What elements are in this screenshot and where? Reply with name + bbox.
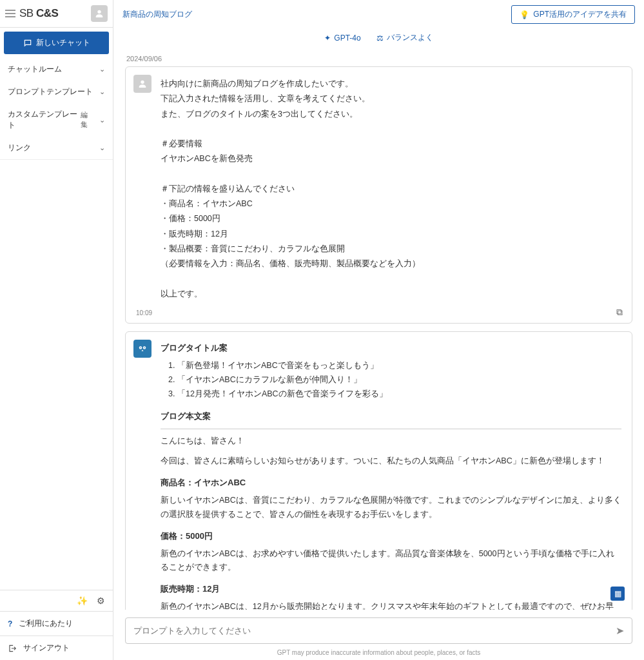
user-line: ・製品概要：音質にこだわり、カラフルな色展開 xyxy=(161,242,621,256)
new-chat-button[interactable]: 新しいチャット xyxy=(4,32,109,54)
title-item: 「12月発売！イヤホンABCの新色で音楽ライフを彩る」 xyxy=(177,387,621,401)
magic-icon[interactable]: ✨ xyxy=(77,596,88,606)
assistant-message: ブログタイトル案 「新色登場！イヤホンABCで音楽をもっと楽しもう」「イヤホンA… xyxy=(125,331,632,610)
new-chat-label: 新しいチャット xyxy=(36,37,90,48)
sidebar-header: SB C&S xyxy=(0,0,113,28)
hamburger-icon xyxy=(5,10,15,17)
title-suggestions-heading: ブログタイトル案 xyxy=(161,341,621,355)
body-heading: ブログ本文案 xyxy=(161,409,621,423)
user-line: 以上です。 xyxy=(161,287,621,301)
chevron-down-icon: ⌄ xyxy=(99,116,105,124)
body-text: 新色のイヤホンABCは、12月から販売開始となります。クリスマスや年末年始のギフ… xyxy=(161,600,621,610)
logo[interactable]: SB C&S xyxy=(5,7,58,20)
nav-label: カスタムテンプレート xyxy=(8,109,81,131)
input-bar: ➤ xyxy=(113,610,644,646)
input-box: ➤ xyxy=(125,617,632,644)
svg-point-1 xyxy=(141,81,144,84)
disclaimer: GPT may produce inaccurate information a… xyxy=(113,646,644,660)
nav-group: チャットルーム⌄ プロンプトテンプレート⌄ カスタムテンプレート編集⌄ リンク⌄ xyxy=(0,58,113,160)
body-text: 今回は、皆さんに素晴らしいお知らせがあります。ついに、私たちの人気商品「イヤホン… xyxy=(161,454,621,468)
svg-point-4 xyxy=(140,347,141,349)
user-msg-time: 10:09 xyxy=(136,309,152,316)
sidebar-item-prompt-template[interactable]: プロンプトテンプレート⌄ xyxy=(0,81,113,103)
balance-selector[interactable]: ⚖バランスよく xyxy=(376,32,433,43)
price-heading: 価格：5000円 xyxy=(161,529,621,543)
body-text: 新色のイヤホンABCは、お求めやすい価格で提供いたします。高品質な音楽体験を、5… xyxy=(161,547,621,575)
svg-point-5 xyxy=(144,347,145,349)
send-icon[interactable]: ➤ xyxy=(616,625,624,637)
sidebar-tools: ✨ ⚙ xyxy=(0,590,113,611)
title-item: 「新色登場！イヤホンABCで音楽をもっと楽しもう」 xyxy=(177,359,621,373)
balance-icon: ⚖ xyxy=(376,34,384,43)
user-line: ・商品名：イヤホンABC xyxy=(161,197,621,211)
body-text: こんにちは、皆さん！ xyxy=(161,434,621,448)
share-idea-button[interactable]: 💡 GPT活用のアイデアを共有 xyxy=(511,5,635,24)
logo-text: SB C&S xyxy=(19,7,58,20)
person-icon xyxy=(137,79,148,89)
sidebar: SB C&S 新しいチャット チャットルーム⌄ プロンプトテンプレート⌄ カスタ… xyxy=(0,0,113,660)
user-line xyxy=(161,272,621,286)
page-title: 新商品の周知ブログ xyxy=(122,9,192,20)
copy-icon[interactable]: ⧉ xyxy=(616,307,623,318)
title-list: 「新色登場！イヤホンABCで音楽をもっと楽しもう」「イヤホンABCにカラフルな新… xyxy=(161,359,621,402)
user-line: また、ブログのタイトルの案を3つ出してください。 xyxy=(161,108,621,121)
owl-icon xyxy=(137,343,148,354)
signout-link[interactable]: サインアウト xyxy=(0,636,113,660)
user-line: ・価格：5000円 xyxy=(161,212,621,226)
user-line: ・販売時期：12月 xyxy=(161,228,621,241)
user-line: イヤホンABCを新色発売 xyxy=(161,152,621,166)
model-selector[interactable]: ✦GPT-4o xyxy=(324,32,360,43)
product-name-heading: 商品名：イヤホンABC xyxy=(161,476,621,490)
user-line xyxy=(161,122,621,136)
main: 新商品の周知ブログ 💡 GPT活用のアイデアを共有 ✦GPT-4o ⚖バランスよ… xyxy=(113,0,644,660)
guide-label: ご利用にあたり xyxy=(19,618,73,629)
user-avatar[interactable] xyxy=(91,5,108,22)
chat-scroll[interactable]: 2024/09/06 社内向けに新商品の周知ブログを作成したいです。下記入力され… xyxy=(113,48,644,610)
release-heading: 販売時期：12月 xyxy=(161,582,621,596)
nav-label: チャットルーム xyxy=(8,64,62,75)
question-icon: ? xyxy=(8,619,12,628)
user-message: 社内向けに新商品の周知ブログを作成したいです。下記入力された情報を活用し、文章を… xyxy=(125,66,632,324)
user-msg-actions: ⧉ xyxy=(616,307,623,318)
share-label: GPT活用のアイデアを共有 xyxy=(533,9,627,20)
sparkle-icon: ✦ xyxy=(324,34,331,43)
assistant-message-body: ブログタイトル案 「新色登場！イヤホンABCで音楽をもっと楽しもう」「イヤホンA… xyxy=(161,341,621,610)
chevron-down-icon: ⌄ xyxy=(99,65,105,73)
bulb-icon: 💡 xyxy=(520,10,529,19)
user-line: ＃必要情報 xyxy=(161,137,621,151)
model-name: GPT-4o xyxy=(334,34,360,43)
prompt-input[interactable] xyxy=(133,626,616,636)
guide-link[interactable]: ?ご利用にあたり xyxy=(0,611,113,636)
signout-icon xyxy=(8,644,17,653)
chevron-down-icon: ⌄ xyxy=(99,88,105,96)
user-message-body: 社内向けに新商品の周知ブログを作成したいです。下記入力された情報を活用し、文章を… xyxy=(161,77,621,301)
person-icon xyxy=(94,8,104,19)
nav-label: プロンプトテンプレート xyxy=(8,86,93,97)
topbar: 新商品の周知ブログ 💡 GPT活用のアイデアを共有 xyxy=(113,0,644,30)
svg-point-0 xyxy=(97,10,101,14)
user-line xyxy=(161,168,621,181)
title-item: 「イヤホンABCにカラフルな新色が仲間入り！」 xyxy=(177,373,621,387)
gear-icon[interactable]: ⚙ xyxy=(97,596,105,606)
sidebar-item-link[interactable]: リンク⌄ xyxy=(0,137,113,159)
body-text: 新しいイヤホンABCは、音質にこだわり、カラフルな色展開が特徴です。これまでのシ… xyxy=(161,494,621,521)
sidebar-item-chatroom[interactable]: チャットルーム⌄ xyxy=(0,58,113,81)
balance-label: バランスよく xyxy=(387,32,433,43)
edit-link[interactable]: 編集 xyxy=(81,110,94,130)
user-msg-avatar xyxy=(133,75,151,93)
date-label: 2024/09/06 xyxy=(126,55,632,63)
user-line: （必要情報を入力：商品名、価格、販売時期、製品概要などを入力） xyxy=(161,257,621,271)
chevron-down-icon: ⌄ xyxy=(99,144,105,152)
chat-icon xyxy=(23,39,32,48)
nav-label: リンク xyxy=(8,142,31,153)
bot-avatar xyxy=(133,340,151,358)
user-line: ＃下記の情報を盛り込んでください xyxy=(161,182,621,196)
user-line: 下記入力された情報を活用し、文章を考えてください。 xyxy=(161,92,621,106)
sidebar-item-custom-template[interactable]: カスタムテンプレート編集⌄ xyxy=(0,103,113,137)
model-bar: ✦GPT-4o ⚖バランスよく xyxy=(113,30,644,48)
signout-label: サインアウト xyxy=(23,643,70,654)
grid-button[interactable]: ▦ xyxy=(610,587,625,601)
user-line: 社内向けに新商品の周知ブログを作成したいです。 xyxy=(161,77,621,91)
